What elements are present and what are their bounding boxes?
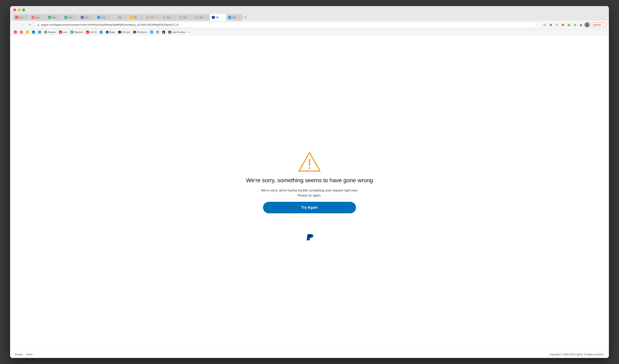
bookmark-gdrive[interactable]: G xyxy=(25,30,30,34)
star-icon[interactable]: ☆ xyxy=(535,23,538,27)
extension-button[interactable]: ⊞ xyxy=(572,22,577,28)
bookmark-twitter[interactable]: 🐦 xyxy=(37,30,42,34)
tab-plur[interactable]: P Plur × xyxy=(79,14,95,21)
tab-cor[interactable]: 📶 Cor × xyxy=(144,14,161,21)
update-button[interactable]: Update ⋮ xyxy=(591,23,606,27)
tab-home[interactable]: 🐦 Hom × xyxy=(95,14,112,21)
bookmark-favicon-loot-survivor: 🔒 xyxy=(168,31,171,34)
tab-close-inbox[interactable]: × xyxy=(25,16,28,19)
bookmark-label-bugs: Bugs xyxy=(110,31,115,33)
bookmark-favicon-play-dark: ▶ xyxy=(162,31,165,34)
tab-close-you1[interactable]: × xyxy=(172,16,175,19)
toolbar-actions: ⊡ 🦊 ⚙ 🦊 🧩 ⊞ ▣ 👤 Update ⋮ xyxy=(542,22,606,28)
puzzle-button[interactable]: 🧩 xyxy=(566,22,572,28)
tab-favicon-you3: 📶 xyxy=(196,16,198,19)
bookmark-overflow-indicator: •• xyxy=(188,31,189,33)
tab-play3[interactable]: ▶ Play × xyxy=(62,14,79,21)
tab-favicon-clip: W xyxy=(114,16,117,19)
tab-dav[interactable]: 🐦 Dav × xyxy=(226,14,242,21)
tab-clip[interactable]: W Clip × xyxy=(112,14,128,21)
metamask-button[interactable]: 🦊 xyxy=(560,22,565,28)
tab-label-cor: Cor xyxy=(150,16,155,19)
bookmark-gmail[interactable]: M xyxy=(13,30,18,34)
bookmark-monday[interactable]: 14 xyxy=(19,30,24,34)
bookmark-twitter2[interactable]: 🐦 xyxy=(98,30,104,34)
error-title-text: We're sorry, something seems to have gon… xyxy=(246,177,373,183)
tab-favicon-you1: 📶 xyxy=(163,16,166,19)
tab-play2[interactable]: ▶ Play × xyxy=(46,14,62,21)
bookmark-dot[interactable]: ◉ xyxy=(155,30,160,34)
tabs-overflow-button[interactable]: ⌄ xyxy=(600,14,606,21)
tab-favicon-my: G xyxy=(130,16,133,19)
bookmark-favicon-github: ⊕ xyxy=(106,31,109,34)
sidebar-button[interactable]: ▣ xyxy=(578,22,584,28)
browser-content: We're sorry, something seems to have gon… xyxy=(10,35,609,351)
fox-extension-button[interactable]: 🦊 xyxy=(548,22,553,28)
close-button[interactable] xyxy=(13,9,16,11)
tab-close-play3[interactable]: × xyxy=(74,16,77,19)
tab-play1[interactable]: 14 play × xyxy=(30,14,46,21)
address-bar[interactable]: 🔒 paypal.com/idapps/connect/consent?ctxI… xyxy=(34,22,540,28)
tab-close-paypal[interactable]: × xyxy=(221,16,224,19)
tab-you2[interactable]: 📶 You × xyxy=(177,14,193,21)
settings-button[interactable]: ⚙ xyxy=(554,22,559,28)
tab-paypal[interactable]: P We × xyxy=(210,14,226,21)
bookmark-loot[interactable]: ▶ Loot xyxy=(57,30,69,34)
tab-you3[interactable]: 📶 You × xyxy=(194,14,210,21)
error-subtitle-line2: Please try again. xyxy=(297,194,322,197)
bookmark-play-dark[interactable]: ▶ xyxy=(161,30,167,34)
privacy-link[interactable]: Privacy xyxy=(15,353,23,356)
back-button[interactable]: ← xyxy=(13,22,18,28)
tab-close-plur[interactable]: × xyxy=(90,16,93,19)
bookmark-oct22[interactable]: ▶ Oct 22 xyxy=(85,30,98,34)
try-again-label: Try Again xyxy=(301,205,318,210)
update-label: Update xyxy=(593,23,601,26)
home-link[interactable]: Home xyxy=(26,353,32,356)
bookmark-github[interactable]: ⊕ Bugs xyxy=(104,30,116,34)
reload-button[interactable]: ↻ xyxy=(27,22,33,28)
bookmark-favicon-monday: 14 xyxy=(20,31,23,34)
tab-inbox[interactable]: M Inb× × xyxy=(13,14,29,21)
screen-share-button[interactable]: ⊡ xyxy=(542,22,547,28)
tab-favicon-paypal: P xyxy=(212,16,215,19)
bookmark-linkedin[interactable]: in xyxy=(31,30,36,34)
tabs-bar: M Inb× × 14 play × ▶ Play × ▶ Play × xyxy=(13,13,606,21)
bookmark-favicon-linkedin: in xyxy=(32,31,35,34)
try-again-button[interactable]: Try Again xyxy=(263,202,356,213)
bookmark-favicon-dot: ◉ xyxy=(156,31,159,34)
bookmark-label-realms: Realms xyxy=(48,31,56,33)
bookmark-favicon-circle: ◎ xyxy=(150,31,153,34)
tab-label-paypal: We xyxy=(216,16,220,19)
bookmark-ds-live[interactable]: ● DS Live xyxy=(117,30,131,34)
tab-close-play1[interactable]: × xyxy=(41,16,44,19)
new-tab-button[interactable]: + xyxy=(243,14,248,21)
tab-close-clip[interactable]: × xyxy=(123,16,126,19)
tab-close-you3[interactable]: × xyxy=(205,16,208,19)
bookmark-realms[interactable]: ⊙ Realms xyxy=(43,30,57,34)
forward-button[interactable]: → xyxy=(20,22,26,28)
bookmark-playmint[interactable]: ▶ Playmint xyxy=(69,30,84,34)
tab-label-you1: You xyxy=(167,16,171,19)
tab-close-my[interactable]: × xyxy=(139,16,142,19)
svg-point-2 xyxy=(309,167,310,169)
tab-label-inbox: Inb× xyxy=(19,16,24,19)
tab-my[interactable]: G My × xyxy=(128,14,144,21)
minimize-button[interactable] xyxy=(18,9,21,11)
tab-close-home[interactable]: × xyxy=(107,16,110,19)
bookmark-circle[interactable]: ◎ xyxy=(149,30,154,34)
bookmark-label-ds-demo: DS Demo xyxy=(137,31,147,33)
tab-close-you2[interactable]: × xyxy=(188,16,191,19)
warning-icon xyxy=(297,151,322,173)
tab-favicon-plur: P xyxy=(81,16,84,19)
tab-you1[interactable]: 📶 You × xyxy=(161,14,177,21)
tab-close-dav[interactable]: × xyxy=(238,16,240,19)
tab-favicon-home: 🐦 xyxy=(97,16,100,19)
tab-close-play2[interactable]: × xyxy=(57,16,60,19)
tab-favicon-you2: 📶 xyxy=(179,16,182,19)
tab-close-cor[interactable]: × xyxy=(156,16,159,19)
bookmark-loot-survivor[interactable]: 🔒 Loot Survivor xyxy=(167,30,187,34)
tab-favicon-cor: 📶 xyxy=(146,16,149,19)
maximize-button[interactable] xyxy=(22,9,25,11)
profile-avatar[interactable]: 👤 xyxy=(584,22,590,28)
bookmark-ds-demo[interactable]: ● DS Demo xyxy=(132,30,148,34)
